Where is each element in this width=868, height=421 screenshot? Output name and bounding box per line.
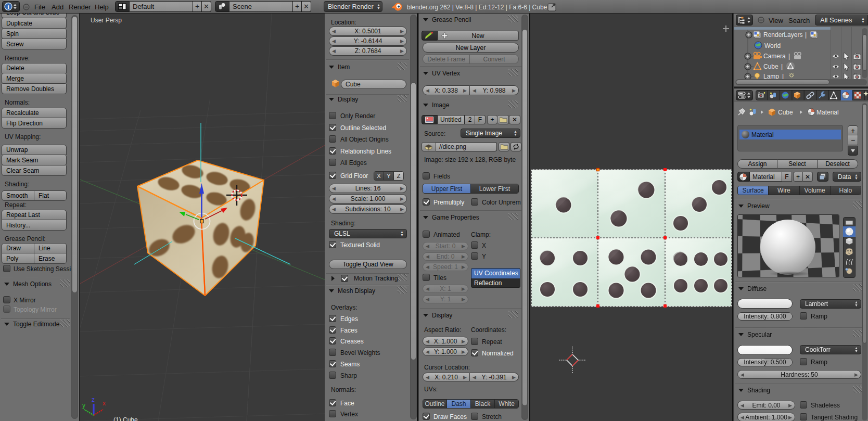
svg-text:(1) Cube: (1) Cube <box>113 416 138 421</box>
svg-text:|: | <box>781 63 783 70</box>
svg-text:y: y <box>82 402 85 409</box>
svg-text:x: x <box>103 400 106 407</box>
svg-text:Cube: Cube <box>778 109 793 116</box>
svg-text:z: z <box>92 396 95 403</box>
svg-text:|: | <box>782 73 784 79</box>
svg-text:RenderLayers: RenderLayers <box>763 31 802 39</box>
svg-text:Cube: Cube <box>763 63 778 70</box>
svg-text:Lamp: Lamp <box>763 73 779 79</box>
svg-text:|: | <box>805 31 807 39</box>
svg-text:|: | <box>788 53 790 60</box>
svg-text:Material: Material <box>816 109 839 116</box>
svg-text:Camera: Camera <box>763 53 786 60</box>
svg-text:i: i <box>7 4 9 10</box>
svg-text:World: World <box>764 42 781 49</box>
svg-text:User Persp: User Persp <box>91 17 122 24</box>
